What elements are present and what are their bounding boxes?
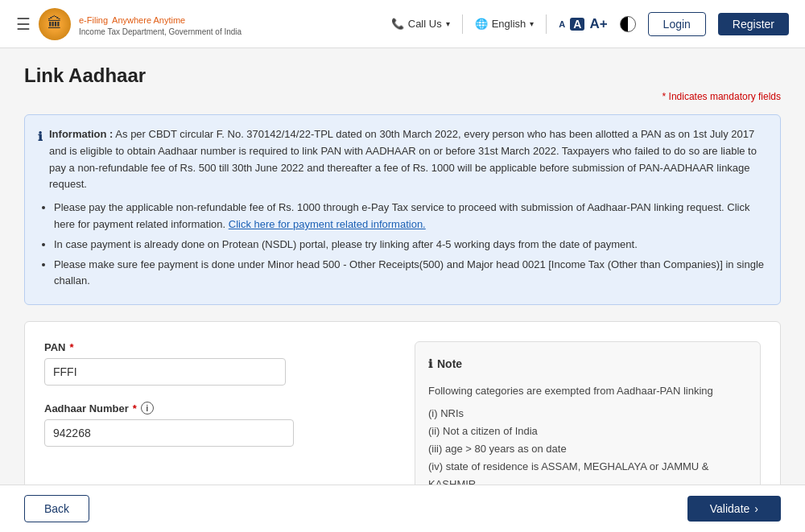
language-caret: ▾: [530, 19, 534, 28]
mandatory-note: * Indicates mandatory fields: [24, 91, 781, 102]
pan-label-text: PAN: [44, 341, 65, 353]
aadhaar-label-text: Aadhaar Number: [44, 402, 129, 414]
menu-icon[interactable]: ☰: [16, 14, 31, 34]
pan-input[interactable]: [44, 358, 286, 386]
call-us-caret: ▾: [446, 19, 450, 28]
info-bullet-2: In case payment is already done on Prote…: [54, 237, 767, 254]
info-main-text: As per CBDT circular F. No. 370142/14/22…: [49, 128, 757, 190]
font-small-button[interactable]: A: [559, 19, 565, 29]
aadhaar-input[interactable]: [44, 419, 294, 447]
note-header: ℹ Note: [428, 355, 747, 374]
phone-icon: 📞: [391, 18, 404, 30]
language-label: English: [492, 18, 526, 30]
font-size-controls: A A A+: [559, 16, 607, 32]
pan-field-group: PAN *: [44, 341, 390, 386]
info-bullet-1: Please pay the applicable non-refundable…: [54, 200, 767, 233]
note-item-2: (ii) Not a citizen of India: [428, 423, 747, 440]
validate-arrow-icon: ›: [754, 502, 758, 515]
font-medium-button[interactable]: A: [570, 18, 584, 31]
header-divider-2: [546, 14, 547, 34]
contrast-button[interactable]: [620, 16, 636, 32]
info-box: ℹ Information : As per CBDT circular F. …: [24, 114, 781, 305]
footer-bar: Back Validate ›: [0, 485, 805, 532]
header-right: 📞 Call Us ▾ 🌐 English ▾ A A A+ Login Reg…: [391, 12, 789, 36]
logo-brand: e-Filing: [79, 15, 108, 25]
page-content: Link Aadhaar * Indicates mandatory field…: [8, 48, 797, 532]
info-bold-prefix: Information :: [49, 128, 113, 140]
info-header: ℹ Information : As per CBDT circular F. …: [38, 126, 767, 193]
header-divider-1: [462, 14, 463, 34]
info-icon: ℹ: [38, 127, 43, 146]
info-bullets: Please pay the applicable non-refundable…: [54, 200, 767, 290]
aadhaar-required-star: *: [133, 402, 137, 414]
info-text: Information : As per CBDT circular F. No…: [49, 126, 767, 193]
back-button[interactable]: Back: [24, 495, 89, 522]
logo-subtitle: Income Tax Department, Government of Ind…: [79, 27, 242, 36]
aadhaar-info-icon[interactable]: i: [141, 402, 154, 414]
register-button[interactable]: Register: [718, 13, 789, 35]
call-us-label: Call Us: [408, 18, 442, 30]
header-left: ☰ 🏛 e-Filing Anywhere Anytime Income Tax…: [16, 8, 242, 40]
pan-label: PAN *: [44, 341, 390, 353]
call-us-button[interactable]: 📞 Call Us ▾: [391, 18, 450, 30]
logo-tagline: Anywhere Anytime: [112, 15, 185, 25]
logo-text: e-Filing Anywhere Anytime Income Tax Dep…: [79, 11, 242, 36]
globe-icon: 🌐: [475, 18, 488, 30]
payment-info-link[interactable]: Click here for payment related informati…: [229, 218, 426, 230]
note-intro: Following categories are exempted from A…: [428, 382, 747, 400]
note-item-3: (iii) age > 80 years as on date: [428, 440, 747, 458]
aadhaar-field-group: Aadhaar Number * i: [44, 402, 390, 447]
pan-required-star: *: [69, 341, 73, 353]
note-icon: ℹ: [428, 355, 432, 374]
note-title: Note: [437, 355, 462, 374]
info-bullet-3: Please make sure fee payment is done und…: [54, 257, 767, 291]
logo-efiling: e-Filing Anywhere Anytime: [79, 11, 242, 27]
page-title: Link Aadhaar: [24, 64, 781, 87]
note-item-1: (i) NRIs: [428, 405, 747, 423]
validate-button[interactable]: Validate ›: [687, 496, 781, 522]
logo-emblem: 🏛: [39, 8, 71, 40]
header: ☰ 🏛 e-Filing Anywhere Anytime Income Tax…: [0, 0, 805, 48]
font-large-button[interactable]: A+: [589, 16, 607, 32]
login-button[interactable]: Login: [648, 12, 706, 36]
validate-label: Validate: [710, 502, 750, 515]
language-button[interactable]: 🌐 English ▾: [475, 18, 535, 30]
aadhaar-label: Aadhaar Number * i: [44, 402, 390, 414]
